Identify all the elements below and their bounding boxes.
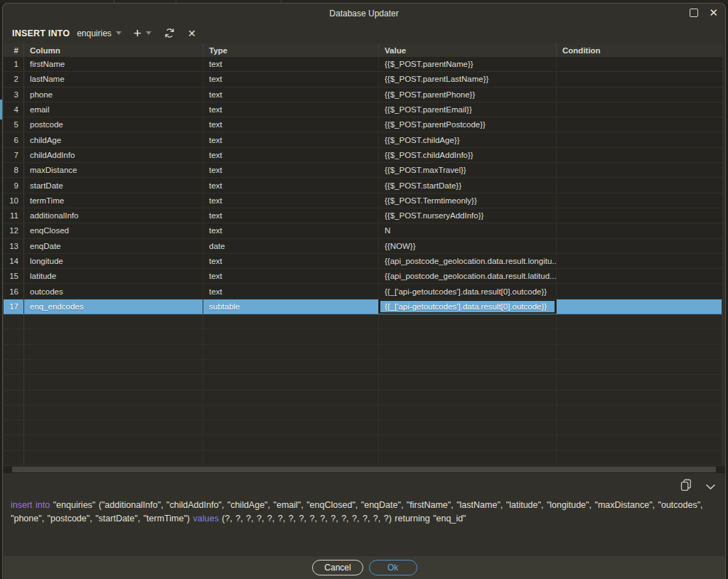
- column-cell[interactable]: lastName: [24, 72, 203, 86]
- type-cell[interactable]: text: [203, 284, 379, 298]
- table-row[interactable]: 13enqDatedate{{NOW}}: [4, 239, 722, 254]
- type-cell[interactable]: text: [203, 178, 379, 192]
- column-cell[interactable]: enqDate: [24, 239, 203, 253]
- condition-cell[interactable]: [557, 269, 722, 283]
- row-number-cell[interactable]: 6: [4, 132, 24, 147]
- row-number-cell[interactable]: 8: [4, 163, 24, 177]
- column-cell[interactable]: enqClosed: [24, 223, 203, 238]
- table-row[interactable]: 9startDatetext{{$_POST.startDate}}: [4, 178, 722, 193]
- value-cell[interactable]: {{$_POST.childAddInfo}}: [379, 148, 557, 162]
- add-column-button[interactable]: +: [134, 28, 151, 39]
- value-cell[interactable]: {{$_POST.maxTravel}}: [379, 163, 557, 177]
- type-cell[interactable]: text: [203, 223, 379, 238]
- copy-sql-button[interactable]: [680, 479, 692, 494]
- column-cell[interactable]: childAge: [24, 132, 203, 147]
- collapse-sql-button[interactable]: [705, 480, 716, 493]
- column-cell[interactable]: termTime: [24, 193, 203, 208]
- table-row[interactable]: 10termTimetext{{$_POST.Termtimeonly}}: [4, 193, 722, 208]
- column-cell[interactable]: firstName: [24, 57, 203, 71]
- table-row[interactable]: 4emailtext{{$_POST.parentEmail}}: [4, 102, 722, 117]
- condition-cell[interactable]: [557, 102, 722, 117]
- table-row[interactable]: 2lastNametext{{$_POST.parentLastName}}: [4, 72, 722, 87]
- value-cell[interactable]: {{_['api-getoutcodes'].data.result[0].ou…: [379, 284, 557, 298]
- value-cell[interactable]: {{NOW}}: [379, 239, 557, 253]
- table-row[interactable]: 3phonetext{{$_POST.parentPhone}}: [4, 87, 722, 102]
- type-cell[interactable]: text: [203, 208, 379, 223]
- type-cell[interactable]: text: [203, 117, 379, 132]
- value-cell[interactable]: {{api_postcode_geolocation.data.result.l…: [379, 254, 557, 268]
- row-number-cell[interactable]: 3: [4, 87, 24, 102]
- type-cell[interactable]: text: [203, 87, 379, 102]
- condition-cell[interactable]: [557, 72, 722, 86]
- ok-button[interactable]: Ok: [369, 560, 417, 575]
- condition-cell[interactable]: [557, 148, 722, 162]
- value-cell[interactable]: {{api_postcode_geolocation.data.result.l…: [379, 269, 557, 283]
- column-cell[interactable]: phone: [24, 87, 203, 102]
- value-cell[interactable]: {{$_POST.childAge}}: [379, 132, 557, 147]
- value-cell[interactable]: {{$_POST.Termtimeonly}}: [379, 193, 557, 208]
- row-number-cell[interactable]: 2: [4, 72, 24, 86]
- condition-cell[interactable]: [557, 57, 722, 71]
- condition-cell[interactable]: [557, 87, 722, 102]
- column-cell[interactable]: email: [24, 102, 203, 117]
- row-number-cell[interactable]: 1: [4, 57, 24, 71]
- column-cell[interactable]: postcode: [24, 117, 203, 132]
- column-cell[interactable]: childAddInfo: [24, 148, 203, 162]
- row-number-cell[interactable]: 4: [4, 102, 24, 117]
- type-cell[interactable]: date: [203, 239, 379, 253]
- refresh-button[interactable]: [164, 27, 176, 39]
- type-cell[interactable]: text: [203, 254, 379, 268]
- scrollbar-thumb[interactable]: [12, 467, 716, 472]
- condition-cell[interactable]: [557, 223, 722, 238]
- table-row[interactable]: 17enq_endcodessubtable{{_['api-getoutcod…: [4, 299, 722, 314]
- type-cell[interactable]: text: [203, 148, 379, 162]
- value-cell[interactable]: {{$_POST.parentName}}: [379, 57, 557, 71]
- row-number-cell[interactable]: 16: [4, 284, 24, 298]
- type-cell[interactable]: text: [203, 132, 379, 147]
- column-cell[interactable]: startDate: [24, 178, 203, 192]
- table-row[interactable]: 16outcodestext{{_['api-getoutcodes'].dat…: [4, 284, 722, 299]
- row-number-cell[interactable]: 14: [4, 254, 24, 268]
- type-cell[interactable]: text: [203, 102, 379, 117]
- row-number-cell[interactable]: 10: [4, 193, 24, 208]
- value-cell[interactable]: {{$_POST.parentEmail}}: [379, 102, 557, 117]
- value-cell[interactable]: {{$_POST.startDate}}: [379, 178, 557, 192]
- type-cell[interactable]: text: [203, 57, 379, 71]
- value-cell[interactable]: {{$_POST.parentLastName}}: [379, 72, 557, 86]
- type-cell[interactable]: text: [203, 72, 379, 86]
- type-cell[interactable]: text: [203, 193, 379, 208]
- condition-cell[interactable]: [557, 163, 722, 177]
- table-row[interactable]: 1firstNametext{{$_POST.parentName}}: [4, 57, 722, 72]
- row-number-cell[interactable]: 7: [4, 148, 24, 162]
- row-number-cell[interactable]: 5: [4, 117, 24, 132]
- column-cell[interactable]: maxDistance: [24, 163, 203, 177]
- row-number-cell[interactable]: 9: [4, 178, 24, 192]
- value-cell[interactable]: {{$_POST.parentPhone}}: [379, 87, 557, 102]
- condition-cell[interactable]: [557, 178, 722, 192]
- table-row[interactable]: 14longitudetext{{api_postcode_geolocatio…: [4, 254, 722, 269]
- column-cell[interactable]: longitude: [24, 254, 203, 268]
- type-cell[interactable]: subtable: [203, 299, 379, 314]
- close-icon[interactable]: ✕: [709, 8, 718, 18]
- column-cell[interactable]: additionalInfo: [24, 208, 203, 223]
- row-number-cell[interactable]: 15: [4, 269, 24, 283]
- condition-cell[interactable]: [557, 284, 722, 298]
- condition-cell[interactable]: [557, 193, 722, 208]
- condition-cell[interactable]: [557, 254, 722, 268]
- maximize-icon[interactable]: [690, 9, 698, 17]
- table-row[interactable]: 7childAddInfotext{{$_POST.childAddInfo}}: [4, 148, 722, 163]
- table-row[interactable]: 6childAgetext{{$_POST.childAge}}: [4, 132, 722, 147]
- column-cell[interactable]: latitude: [24, 269, 203, 283]
- table-row[interactable]: 12enqClosedtextN: [4, 223, 722, 238]
- value-cell[interactable]: N: [379, 223, 557, 238]
- column-cell[interactable]: enq_endcodes: [24, 299, 203, 314]
- condition-cell[interactable]: [557, 299, 722, 314]
- row-number-cell[interactable]: 12: [4, 223, 24, 238]
- column-cell[interactable]: outcodes: [24, 284, 203, 298]
- chevron-down-icon[interactable]: [146, 31, 151, 35]
- condition-cell[interactable]: [557, 117, 722, 132]
- condition-cell[interactable]: [557, 208, 722, 223]
- cancel-button[interactable]: Cancel: [312, 560, 363, 575]
- type-cell[interactable]: text: [203, 163, 379, 177]
- value-cell[interactable]: {{$_POST.parentPostcode}}: [379, 117, 557, 132]
